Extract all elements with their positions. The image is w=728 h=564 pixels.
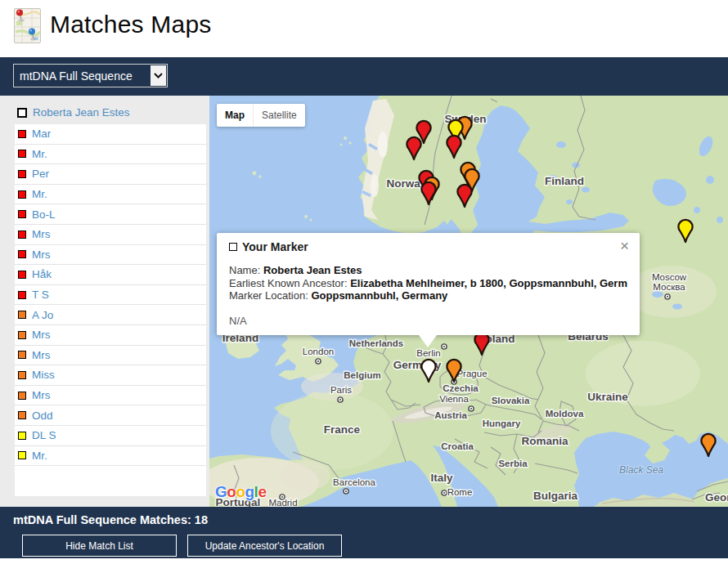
hide-match-list-button[interactable]: Hide Match List — [22, 535, 177, 557]
map-label: Belgium — [344, 370, 380, 380]
match-row[interactable]: A Jo — [15, 305, 206, 325]
map-label: Prague — [456, 369, 487, 378]
test-type-select[interactable]: mtDNA Full Sequence — [14, 65, 167, 87]
match-color-square-icon — [18, 271, 26, 279]
self-match-row[interactable]: Roberta Jean Estes — [17, 106, 130, 119]
match-list: MarMr.PerMr.Bo-LMrsMrsHåkT SA JoMrsMrsMi… — [15, 124, 206, 496]
google-logo-letter: G — [215, 483, 227, 500]
map-canvas[interactable]: SwedenNorwayFinlandMoscowМоскваIrelandLo… — [209, 96, 728, 507]
matches-maps-logo-icon — [11, 7, 44, 46]
google-logo-letter: e — [258, 483, 266, 500]
map-label: Moldova — [546, 409, 584, 419]
match-color-square-icon — [18, 231, 26, 239]
match-row[interactable]: Mr. — [15, 446, 206, 467]
match-name: Mrs — [32, 248, 51, 261]
map-city-dot — [665, 294, 670, 299]
match-name: Mrs — [32, 329, 51, 341]
map-city-dot — [442, 490, 447, 495]
match-list-sidebar: Roberta Jean Estes MarMr.PerMr.Bo-LMrsMr… — [0, 96, 209, 507]
map-type-map-button[interactable]: Map — [217, 104, 254, 127]
match-name: Mr. — [32, 450, 47, 462]
map-type-control: Map Satellite — [217, 104, 305, 127]
match-row[interactable]: Håk — [15, 265, 206, 285]
map-label: Hungary — [483, 419, 521, 428]
map-city-dot — [338, 397, 343, 402]
map-label: Moscow — [652, 272, 687, 282]
test-type-toolbar: mtDNA Full Sequence — [0, 57, 728, 96]
match-color-square-icon — [18, 210, 26, 218]
match-row[interactable]: Miss — [15, 365, 206, 386]
match-color-square-icon — [18, 351, 26, 359]
match-name: Per — [32, 168, 49, 180]
match-name: Bo-L — [32, 208, 56, 221]
map-city-dot — [469, 406, 474, 411]
map-city-dot — [316, 359, 321, 364]
google-logo-letter: o — [236, 483, 245, 500]
map-label: Slovakia — [492, 396, 530, 405]
match-name: A Jo — [32, 309, 53, 321]
map-label: Barcelona — [333, 477, 375, 487]
map-label: Bulgaria — [533, 490, 578, 502]
map-label: Romania — [521, 435, 568, 447]
info-window-title: Your Marker — [242, 240, 308, 253]
match-name: Mrs — [32, 228, 51, 240]
map-label: Rome — [447, 487, 473, 497]
match-row[interactable]: Bo-L — [15, 204, 206, 225]
match-row[interactable]: Mar — [15, 124, 206, 145]
map-city-dot — [442, 344, 447, 349]
match-color-square-icon — [18, 451, 26, 459]
info-window-ancestor-line: Earliest Known Ancestor: Elizabetha Mehl… — [229, 277, 628, 290]
self-match-name: Roberta Jean Estes — [33, 106, 130, 119]
info-window-name-line: Name: Roberta Jean Estes — [229, 264, 628, 277]
info-window-note: N/A — [229, 315, 628, 327]
map-label: Москва — [653, 282, 685, 292]
update-ancestor-location-button[interactable]: Update Ancestor's Location — [187, 535, 342, 557]
match-row[interactable]: DL S — [15, 426, 206, 446]
info-window-close-icon[interactable]: × — [620, 238, 629, 253]
match-color-square-icon — [18, 291, 26, 299]
map-label: Croatia — [441, 441, 474, 451]
map-label: Netherlands — [349, 338, 403, 348]
map-label: Finland — [545, 175, 584, 187]
match-row[interactable]: Mrs — [15, 225, 206, 245]
match-row[interactable]: Mrs — [15, 245, 206, 266]
match-color-square-icon — [18, 392, 26, 400]
match-row[interactable]: Mrs — [15, 325, 206, 346]
match-color-square-icon — [18, 432, 26, 440]
match-color-square-icon — [18, 150, 26, 158]
info-window-marker-square-icon — [229, 243, 237, 251]
match-color-square-icon — [18, 331, 26, 339]
google-logo-letter: o — [227, 483, 236, 500]
map-type-satellite-button[interactable]: Satellite — [254, 104, 305, 127]
map-label: Vienna — [439, 394, 469, 404]
match-name: Mrs — [32, 349, 51, 361]
match-row[interactable]: Mrs — [15, 386, 206, 406]
match-name: DL S — [32, 429, 56, 441]
match-color-square-icon — [18, 311, 26, 319]
map-label: Madrid — [268, 498, 297, 507]
content-area: Roberta Jean Estes MarMr.PerMr.Bo-LMrsMr… — [0, 96, 728, 507]
match-row[interactable]: T S — [15, 285, 206, 306]
match-row[interactable]: Mr. — [15, 145, 206, 165]
self-marker-square-icon — [17, 108, 27, 118]
match-name: Miss — [32, 369, 55, 381]
match-name: Mrs — [32, 389, 51, 401]
marker-info-window: Your Marker × Name: Roberta Jean Estes E… — [217, 233, 640, 335]
match-color-square-icon — [18, 371, 26, 379]
match-name: Odd — [32, 410, 53, 422]
map-city-dot — [344, 489, 348, 494]
map-label: Paris — [330, 385, 352, 395]
match-row[interactable]: Mrs — [15, 346, 206, 366]
match-row[interactable]: Per — [15, 164, 206, 185]
match-color-square-icon — [18, 411, 26, 419]
page-header: Matches Maps — [0, 0, 728, 57]
match-row[interactable]: Odd — [15, 405, 206, 426]
match-color-square-icon — [18, 130, 26, 138]
bottom-bar: mtDNA Full Sequence Matches: 18 Hide Mat… — [0, 507, 728, 558]
match-row[interactable]: Mr. — [15, 185, 206, 205]
match-name: Håk — [32, 268, 52, 280]
map-label: Georgia — [705, 491, 728, 504]
map-label: London — [303, 347, 334, 356]
google-logo[interactable]: Google — [215, 483, 266, 501]
page-title: Matches Maps — [50, 11, 211, 38]
